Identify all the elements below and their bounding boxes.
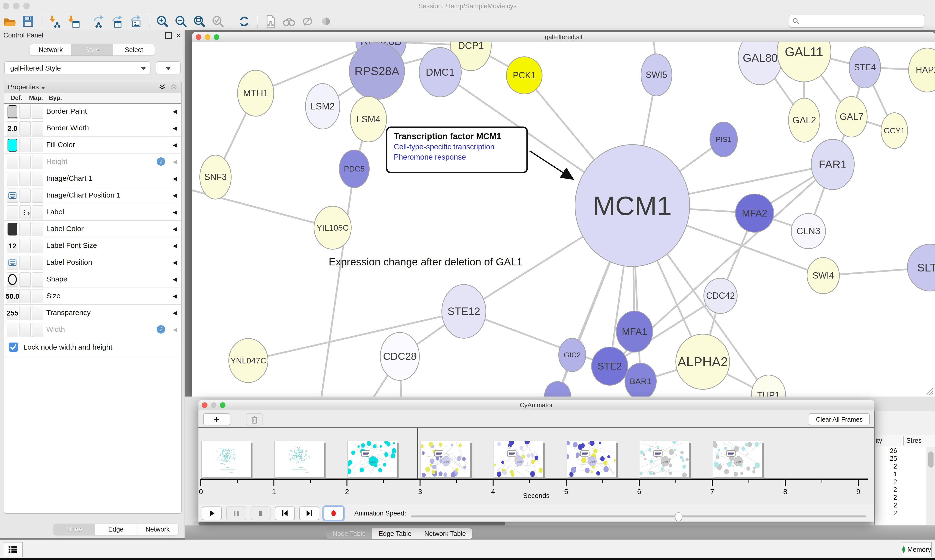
node-lsm4[interactable]: LSM4 — [350, 96, 387, 142]
collapse-arrow-icon[interactable]: ◀ — [173, 142, 177, 148]
table-tab-network-table[interactable]: Network Table — [418, 528, 472, 539]
default-cell[interactable] — [7, 323, 18, 337]
node-bar1[interactable]: BAR1 — [625, 363, 657, 397]
refresh-layout-icon[interactable] — [237, 14, 251, 28]
skip-start-button[interactable] — [275, 506, 295, 520]
add-frame-button[interactable]: + — [203, 413, 230, 426]
default-cell[interactable]: 12 — [7, 239, 18, 253]
property-row-border-width[interactable]: 2.0Border Width◀ — [5, 120, 181, 137]
property-row-shape[interactable]: Shape◀ — [5, 271, 181, 288]
column-header[interactable]: ity — [876, 437, 882, 445]
hide-details-icon[interactable] — [301, 14, 315, 28]
style-selector[interactable]: galFiltered Style — [5, 61, 150, 74]
node-gal7[interactable]: GAL7 — [835, 96, 867, 137]
default-value[interactable]: 12 — [9, 242, 16, 250]
mapping-cell[interactable] — [20, 105, 31, 119]
table-cell[interactable]: 2 — [875, 486, 926, 494]
bypass-cell[interactable] — [32, 205, 43, 219]
cyanimator-titlebar[interactable]: CyAnimator — [199, 400, 874, 410]
bypass-cell[interactable] — [32, 138, 43, 152]
collapse-arrow-icon[interactable]: ◀ — [173, 293, 177, 300]
bypass-cell[interactable] — [32, 289, 43, 303]
node-mfa1[interactable]: MFA1 — [616, 311, 653, 352]
node-pis1[interactable]: PIS1 — [710, 122, 738, 157]
export-table-icon[interactable] — [111, 14, 125, 28]
mapping-cell[interactable] — [20, 289, 31, 303]
memory-button[interactable]: Memory — [902, 542, 932, 557]
property-row-label-color[interactable]: Label Color◀ — [5, 221, 181, 237]
float-panel-icon[interactable] — [165, 32, 172, 39]
annotation-box[interactable]: Transcription factor MCM1 Cell-type-spec… — [386, 126, 528, 173]
property-row-width[interactable]: Widthi◀ — [5, 322, 181, 338]
color-swatch[interactable] — [8, 139, 17, 152]
node-gal2[interactable]: GAL2 — [788, 98, 820, 143]
zoom-fit-icon[interactable] — [192, 14, 207, 28]
search-input[interactable] — [802, 17, 924, 25]
node-cdc42[interactable]: CDC42 — [704, 278, 738, 314]
panel-tab-network[interactable]: Network — [137, 524, 178, 535]
export-image-icon[interactable] — [129, 14, 143, 28]
lock-size-checkbox[interactable] — [9, 343, 18, 352]
bypass-cell[interactable] — [32, 306, 43, 320]
table-cell[interactable]: 25 — [875, 455, 926, 463]
mapping-cell[interactable] — [20, 122, 31, 135]
default-cell[interactable] — [7, 155, 18, 169]
tab-style[interactable]: Style — [72, 44, 113, 55]
node-cdc28[interactable]: CDC28 — [380, 332, 420, 381]
properties-header[interactable]: Properties — [5, 81, 181, 93]
property-row-height[interactable]: Heighti◀ — [5, 154, 181, 170]
mapping-cell[interactable] — [20, 222, 31, 236]
show-panels-button[interactable] — [3, 542, 23, 557]
collapse-arrow-icon[interactable]: ◀ — [173, 108, 177, 115]
node-ste4[interactable]: STE4 — [849, 46, 881, 88]
panel-tab-edge[interactable]: Edge — [95, 524, 137, 535]
table-cell[interactable]: 1 — [875, 471, 926, 478]
table-cell[interactable]: 2 — [875, 494, 926, 502]
mapping-cell[interactable] — [20, 172, 31, 186]
mapping-cell[interactable] — [20, 256, 31, 270]
collapse-arrow-icon[interactable]: ◀ — [173, 125, 177, 132]
delete-frame-button[interactable] — [246, 413, 263, 426]
animation-speed-slider[interactable] — [411, 515, 866, 517]
bypass-cell[interactable] — [32, 172, 43, 186]
frame-thumbnail-3[interactable]: MCM — [421, 441, 470, 477]
node-swi5[interactable]: SWI5 — [640, 54, 672, 96]
default-cell[interactable] — [7, 172, 18, 186]
default-cell[interactable] — [7, 256, 18, 270]
show-details-icon[interactable] — [319, 14, 333, 28]
property-row-label-position[interactable]: Label Position◀ — [5, 254, 181, 271]
annotation-link[interactable]: Cell-type-specific transcription — [394, 143, 526, 151]
annotation-link[interactable]: Pheromone response — [394, 153, 526, 162]
mapping-cell[interactable] — [20, 306, 31, 320]
default-cell[interactable] — [7, 189, 18, 203]
horizontal-scrollbar[interactable] — [192, 521, 872, 526]
node-gcy1[interactable]: GCY1 — [881, 112, 908, 149]
default-cell[interactable]: 255 — [7, 306, 18, 320]
default-cell[interactable]: 2.0 — [7, 122, 18, 135]
node-swi4[interactable]: SWI4 — [807, 257, 840, 294]
property-row-image-chart-position-1[interactable]: Image/Chart Position 1◀ — [5, 187, 181, 204]
bypass-cell[interactable] — [32, 155, 43, 169]
table-tab-edge-table[interactable]: Edge Table — [372, 528, 418, 539]
collapse-arrow-icon[interactable]: ◀ — [173, 309, 177, 316]
collapse-arrow-icon[interactable]: ◀ — [173, 276, 177, 283]
node-ste12[interactable]: STE12 — [441, 284, 486, 338]
tab-select[interactable]: Select — [113, 44, 154, 55]
expand-all-icon[interactable] — [158, 83, 166, 91]
node-rps28a[interactable]: RPS28A — [349, 42, 405, 100]
collapse-arrow-icon[interactable]: ◀ — [173, 175, 177, 182]
node-ste2[interactable]: STE2 — [591, 347, 628, 386]
network-canvas[interactable]: RPS28BDCP1RPS28ADMC1PCK1SWI5GAL80GAL11ST… — [192, 42, 935, 397]
edge-ste12-ynl047c[interactable] — [248, 311, 464, 360]
vertical-scrollbar[interactable] — [927, 447, 935, 525]
node-yil105c[interactable]: YIL105C — [313, 206, 352, 249]
frame-timeline[interactable]: Seconds 0123456789MCMMCMMCMMCMMCMMCM — [199, 428, 874, 505]
frame-thumbnail-1[interactable] — [275, 441, 324, 477]
property-row-fill-color[interactable]: Fill Color◀ — [5, 137, 181, 154]
default-cell[interactable] — [7, 138, 18, 152]
node-pck1[interactable]: PCK1 — [506, 57, 543, 94]
property-row-transparency[interactable]: 255Transparency◀ — [5, 305, 181, 322]
node-gic2[interactable]: GIC2 — [559, 338, 586, 372]
default-cell[interactable] — [7, 105, 18, 119]
collapse-arrow-icon[interactable]: ◀ — [173, 158, 177, 165]
